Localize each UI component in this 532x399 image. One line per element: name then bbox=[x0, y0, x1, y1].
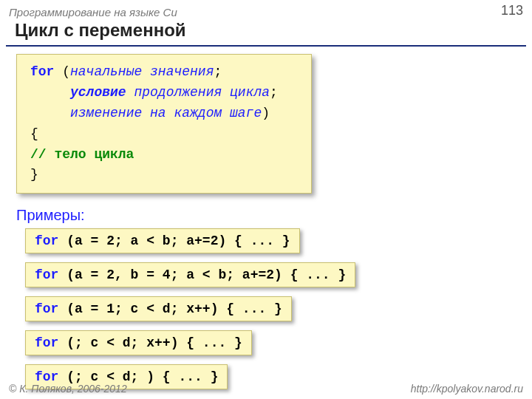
indent bbox=[30, 85, 70, 100]
course-name: Программирование на языке Си bbox=[9, 6, 177, 18]
for-syntax-box: for (начальные значения; условие продолж… bbox=[16, 54, 312, 194]
text: ) bbox=[262, 106, 270, 120]
footer-bar: © К. Поляков, 2006-2012 http://kpolyakov… bbox=[0, 380, 532, 399]
brace-open: { bbox=[30, 124, 299, 145]
syntax-step: изменение на каждом шаге bbox=[70, 106, 262, 120]
syntax-condition-word: условие bbox=[70, 85, 126, 100]
keyword-for: for bbox=[35, 267, 58, 282]
main-content: for (начальные значения; условие продолж… bbox=[0, 54, 532, 398]
keyword-for: for bbox=[35, 335, 58, 350]
syntax-init: начальные значения bbox=[70, 64, 214, 79]
example-code: (; c < d; x++) { ... } bbox=[58, 335, 242, 350]
example-box: for (a = 2, b = 4; a < b; a+=2) { ... } bbox=[25, 262, 355, 287]
page-number: 113 bbox=[501, 3, 523, 18]
keyword-for: for bbox=[35, 301, 58, 316]
example-box: for (a = 2; a < b; a+=2) { ... } bbox=[25, 228, 300, 253]
footer-url: http://kpolyakov.narod.ru bbox=[411, 383, 523, 395]
title-row: Цикл с переменной bbox=[0, 18, 532, 42]
syntax-condition-rest: продолжения цикла bbox=[126, 85, 270, 100]
indent bbox=[30, 106, 70, 120]
example-box: for (a = 1; c < d; x++) { ... } bbox=[25, 296, 292, 321]
copyright: © К. Поляков, 2006-2012 bbox=[9, 383, 127, 395]
keyword-for: for bbox=[35, 233, 58, 248]
header-bar: Программирование на языке Си 113 bbox=[0, 0, 532, 18]
brace-close: } bbox=[30, 165, 299, 185]
title-divider bbox=[6, 45, 526, 47]
text: ( bbox=[54, 64, 70, 79]
text: ; bbox=[214, 64, 222, 79]
text: ; bbox=[270, 85, 278, 100]
example-code: (a = 2, b = 4; a < b; a+=2) { ... } bbox=[58, 267, 346, 282]
examples-label: Примеры: bbox=[16, 207, 516, 224]
keyword-for: for bbox=[30, 64, 54, 79]
slide-title: Цикл с переменной bbox=[15, 20, 522, 41]
example-code: (a = 2; a < b; a+=2) { ... } bbox=[58, 233, 290, 248]
example-box: for (; c < d; x++) { ... } bbox=[25, 330, 252, 355]
loop-body-comment: // тело цикла bbox=[30, 145, 299, 166]
example-code: (a = 1; c < d; x++) { ... } bbox=[58, 301, 282, 316]
